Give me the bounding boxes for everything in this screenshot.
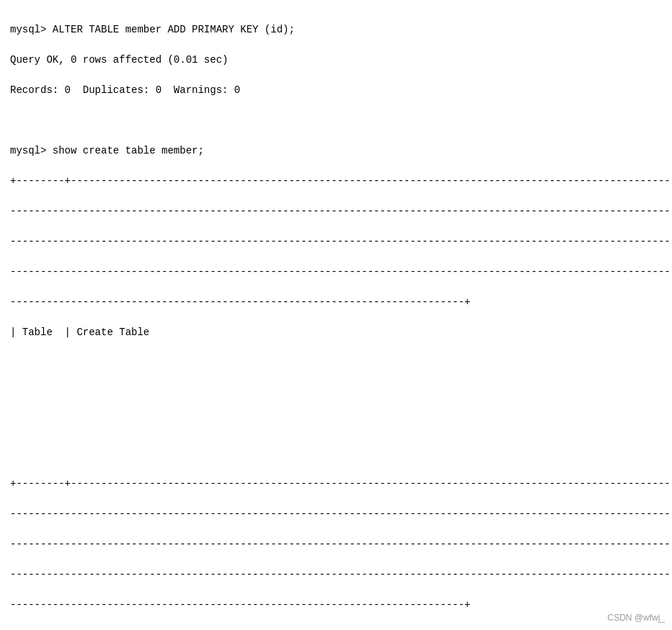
line-query-ok: Query OK, 0 rows affected (0.01 sec) <box>10 54 228 66</box>
line-alter-cmd: mysql> ALTER TABLE member ADD PRIMARY KE… <box>10 24 295 35</box>
border-top-cont: ----------------------------------------… <box>10 205 672 217</box>
border-top-cont4: ----------------------------------------… <box>10 296 471 308</box>
border-mid3: ----------------------------------------… <box>10 538 672 550</box>
header-row: | Table | Create Table <box>10 327 149 338</box>
border-top-cont3: ----------------------------------------… <box>10 266 672 278</box>
separator-long: | <box>10 448 672 459</box>
border-mid2: ----------------------------------------… <box>10 508 672 520</box>
line-records: Records: 0 Duplicates: 0 Warnings: 0 <box>10 84 240 96</box>
border-top-cont2: ----------------------------------------… <box>10 236 672 247</box>
watermark: CSDN @wfwj_ <box>607 613 665 623</box>
border-mid5: ----------------------------------------… <box>10 599 471 611</box>
border-mid1: +--------+------------------------------… <box>10 478 672 489</box>
border-top: +--------+------------------------------… <box>10 175 672 187</box>
line-show-cmd: mysql> show create table member; <box>10 145 204 156</box>
border-mid4: ----------------------------------------… <box>10 569 672 580</box>
terminal-output: mysql> ALTER TABLE member ADD PRIMARY KE… <box>10 7 662 630</box>
